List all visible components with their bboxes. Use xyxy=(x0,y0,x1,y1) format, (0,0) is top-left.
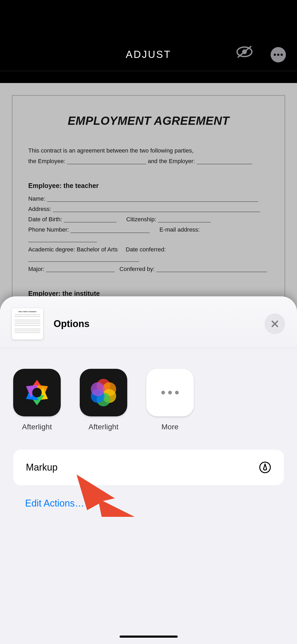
field-dob: Date of Birth: xyxy=(28,216,62,223)
share-sheet: EMPLOYMENT AGREEMENT Options xyxy=(0,296,297,644)
more-button[interactable] xyxy=(271,47,286,62)
close-button[interactable] xyxy=(265,314,285,334)
employer-prefix: and the Employer: xyxy=(148,158,195,164)
afterlight-aperture-icon xyxy=(13,369,61,416)
markup-label: Markup xyxy=(26,462,58,473)
doc-intro: This contract is an agreement between th… xyxy=(28,146,269,165)
field-conferred-by: Conferred by: xyxy=(120,266,155,272)
app-label: Afterlight xyxy=(22,423,52,431)
employee-prefix: the Employee: xyxy=(28,158,65,164)
close-icon xyxy=(270,319,280,329)
header-title: ADJUST xyxy=(126,49,171,60)
intro-text: This contract is an agreement between th… xyxy=(28,147,194,154)
sheet-header: EMPLOYMENT AGREEMENT Options xyxy=(0,296,297,348)
app-item-afterlight-2[interactable]: Afterlight xyxy=(80,369,127,431)
field-citizenship: Citizenship: xyxy=(126,216,156,223)
options-label[interactable]: Options xyxy=(54,318,89,329)
markup-icon xyxy=(259,461,271,473)
edit-actions-link[interactable]: Edit Actions… xyxy=(0,485,297,509)
markup-action[interactable]: Markup xyxy=(13,450,284,485)
field-date-conferred: Date conferred: xyxy=(126,246,166,253)
field-address: Address: xyxy=(28,206,51,212)
more-apps-icon xyxy=(146,369,194,416)
app-label: Afterlight xyxy=(88,423,119,431)
field-email: E-mail address: xyxy=(159,226,200,233)
afterlight-color-wheel-icon xyxy=(80,369,127,416)
doc-title: EMPLOYMENT AGREEMENT xyxy=(28,112,269,130)
home-indicator[interactable] xyxy=(120,636,178,638)
field-phone: Phone Number: xyxy=(28,226,69,233)
app-item-more[interactable]: More xyxy=(146,369,194,431)
app-share-row: Afterlight Afterlight xyxy=(0,348,297,439)
adjust-header: ADJUST xyxy=(0,0,297,71)
field-major: Major: xyxy=(28,266,44,272)
svg-point-11 xyxy=(91,382,105,396)
ellipsis-icon xyxy=(274,54,283,56)
app-label: More xyxy=(162,423,179,431)
preview-toggle-icon[interactable] xyxy=(235,45,253,60)
action-list: Markup xyxy=(0,439,297,485)
field-degree: Academic degree: Bachelor of Arts xyxy=(28,246,118,253)
app-item-afterlight-1[interactable]: Afterlight xyxy=(13,369,61,431)
field-name: Name: xyxy=(28,195,45,202)
employee-section-heading: Employee: the teacher xyxy=(28,180,269,191)
document-thumbnail[interactable]: EMPLOYMENT AGREEMENT xyxy=(12,308,43,339)
svg-point-5 xyxy=(32,388,42,397)
